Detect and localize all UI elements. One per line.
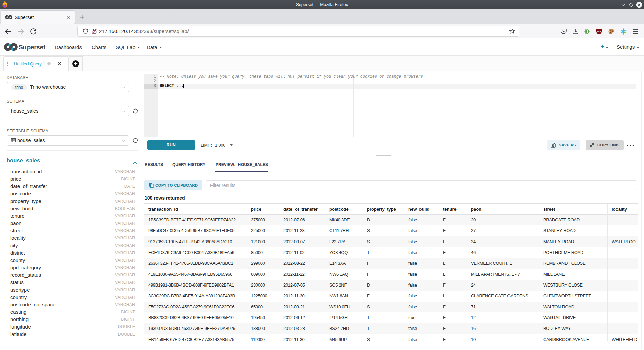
- svg-text:UO: UO: [597, 30, 601, 33]
